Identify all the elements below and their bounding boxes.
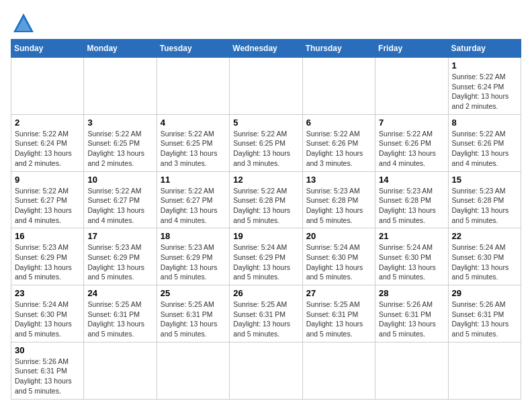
calendar-cell: 19Sunrise: 5:24 AM Sunset: 6:29 PM Dayli… [230, 228, 302, 285]
calendar-cell [448, 342, 521, 399]
day-header-saturday: Saturday [448, 40, 521, 58]
calendar-cell [157, 58, 229, 115]
day-number: 22 [452, 231, 517, 241]
day-info: Sunrise: 5:22 AM Sunset: 6:25 PM Dayligh… [161, 129, 226, 169]
day-number: 16 [15, 231, 80, 241]
calendar-cell [84, 58, 157, 115]
day-number: 14 [379, 175, 444, 185]
day-number: 4 [161, 118, 226, 128]
day-info: Sunrise: 5:23 AM Sunset: 6:29 PM Dayligh… [15, 242, 80, 282]
calendar-cell: 14Sunrise: 5:23 AM Sunset: 6:28 PM Dayli… [375, 171, 448, 228]
day-number: 10 [87, 175, 152, 185]
calendar-week-row: 23Sunrise: 5:24 AM Sunset: 6:30 PM Dayli… [11, 285, 521, 342]
calendar-cell: 6Sunrise: 5:22 AM Sunset: 6:26 PM Daylig… [302, 114, 375, 171]
day-info: Sunrise: 5:25 AM Sunset: 6:31 PM Dayligh… [87, 300, 152, 339]
calendar-cell: 21Sunrise: 5:24 AM Sunset: 6:30 PM Dayli… [375, 228, 448, 285]
day-number: 20 [306, 231, 371, 241]
calendar-cell [157, 342, 229, 399]
calendar-cell [84, 342, 157, 399]
day-info: Sunrise: 5:23 AM Sunset: 6:28 PM Dayligh… [306, 186, 371, 226]
calendar-cell: 2Sunrise: 5:22 AM Sunset: 6:24 PM Daylig… [11, 114, 84, 171]
calendar-cell: 23Sunrise: 5:24 AM Sunset: 6:30 PM Dayli… [11, 285, 84, 342]
day-number: 21 [379, 231, 444, 241]
day-number: 28 [379, 288, 444, 298]
calendar-week-row: 2Sunrise: 5:22 AM Sunset: 6:24 PM Daylig… [11, 114, 521, 171]
calendar-week-row: 30Sunrise: 5:26 AM Sunset: 6:31 PM Dayli… [11, 342, 521, 399]
day-info: Sunrise: 5:26 AM Sunset: 6:31 PM Dayligh… [15, 357, 80, 396]
day-info: Sunrise: 5:24 AM Sunset: 6:30 PM Dayligh… [452, 242, 517, 282]
day-number: 6 [306, 118, 371, 128]
day-info: Sunrise: 5:24 AM Sunset: 6:30 PM Dayligh… [306, 242, 371, 282]
day-number: 7 [379, 118, 444, 128]
calendar-cell: 30Sunrise: 5:26 AM Sunset: 6:31 PM Dayli… [11, 342, 84, 399]
calendar-cell: 10Sunrise: 5:22 AM Sunset: 6:27 PM Dayli… [84, 171, 157, 228]
day-info: Sunrise: 5:22 AM Sunset: 6:25 PM Dayligh… [233, 129, 298, 169]
day-info: Sunrise: 5:25 AM Sunset: 6:31 PM Dayligh… [233, 300, 298, 339]
day-info: Sunrise: 5:24 AM Sunset: 6:30 PM Dayligh… [379, 242, 444, 282]
day-info: Sunrise: 5:25 AM Sunset: 6:31 PM Dayligh… [161, 300, 226, 339]
calendar-week-row: 1Sunrise: 5:22 AM Sunset: 6:24 PM Daylig… [11, 58, 521, 115]
day-info: Sunrise: 5:22 AM Sunset: 6:26 PM Dayligh… [306, 129, 371, 169]
day-info: Sunrise: 5:22 AM Sunset: 6:28 PM Dayligh… [233, 186, 298, 226]
calendar-cell [375, 58, 448, 115]
calendar-cell: 20Sunrise: 5:24 AM Sunset: 6:30 PM Dayli… [302, 228, 375, 285]
day-number: 13 [306, 175, 371, 185]
day-header-wednesday: Wednesday [230, 40, 302, 58]
day-number: 30 [15, 345, 80, 355]
day-info: Sunrise: 5:23 AM Sunset: 6:29 PM Dayligh… [87, 242, 152, 282]
day-header-sunday: Sunday [11, 40, 84, 58]
calendar-cell: 16Sunrise: 5:23 AM Sunset: 6:29 PM Dayli… [11, 228, 84, 285]
calendar-cell [11, 58, 84, 115]
calendar-cell: 18Sunrise: 5:23 AM Sunset: 6:29 PM Dayli… [157, 228, 229, 285]
day-number: 9 [15, 175, 80, 185]
calendar-cell: 12Sunrise: 5:22 AM Sunset: 6:28 PM Dayli… [230, 171, 302, 228]
calendar-cell: 4Sunrise: 5:22 AM Sunset: 6:25 PM Daylig… [157, 114, 229, 171]
calendar-cell: 8Sunrise: 5:22 AM Sunset: 6:26 PM Daylig… [448, 114, 521, 171]
day-number: 26 [233, 288, 298, 298]
calendar-cell [230, 342, 302, 399]
calendar-cell: 3Sunrise: 5:22 AM Sunset: 6:25 PM Daylig… [84, 114, 157, 171]
calendar-cell: 27Sunrise: 5:25 AM Sunset: 6:31 PM Dayli… [302, 285, 375, 342]
calendar-cell: 22Sunrise: 5:24 AM Sunset: 6:30 PM Dayli… [448, 228, 521, 285]
day-info: Sunrise: 5:24 AM Sunset: 6:29 PM Dayligh… [233, 242, 298, 282]
day-number: 23 [15, 288, 80, 298]
day-header-monday: Monday [84, 40, 157, 58]
day-info: Sunrise: 5:23 AM Sunset: 6:28 PM Dayligh… [452, 186, 517, 226]
calendar-cell: 26Sunrise: 5:25 AM Sunset: 6:31 PM Dayli… [230, 285, 302, 342]
calendar-cell: 25Sunrise: 5:25 AM Sunset: 6:31 PM Dayli… [157, 285, 229, 342]
calendar-cell: 29Sunrise: 5:26 AM Sunset: 6:31 PM Dayli… [448, 285, 521, 342]
day-number: 29 [452, 288, 517, 298]
day-info: Sunrise: 5:22 AM Sunset: 6:27 PM Dayligh… [161, 186, 226, 226]
calendar-cell [302, 58, 375, 115]
logo [11, 11, 39, 36]
day-info: Sunrise: 5:22 AM Sunset: 6:26 PM Dayligh… [452, 129, 517, 169]
day-info: Sunrise: 5:22 AM Sunset: 6:27 PM Dayligh… [87, 186, 152, 226]
day-info: Sunrise: 5:22 AM Sunset: 6:27 PM Dayligh… [15, 186, 80, 226]
day-number: 25 [161, 288, 226, 298]
day-number: 15 [452, 175, 517, 185]
calendar-cell: 24Sunrise: 5:25 AM Sunset: 6:31 PM Dayli… [84, 285, 157, 342]
calendar-cell: 11Sunrise: 5:22 AM Sunset: 6:27 PM Dayli… [157, 171, 229, 228]
day-info: Sunrise: 5:23 AM Sunset: 6:28 PM Dayligh… [379, 186, 444, 226]
day-number: 11 [161, 175, 226, 185]
calendar-cell: 5Sunrise: 5:22 AM Sunset: 6:25 PM Daylig… [230, 114, 302, 171]
day-number: 24 [87, 288, 152, 298]
day-header-friday: Friday [375, 40, 448, 58]
calendar-week-row: 16Sunrise: 5:23 AM Sunset: 6:29 PM Dayli… [11, 228, 521, 285]
calendar-cell [230, 58, 302, 115]
day-header-tuesday: Tuesday [157, 40, 229, 58]
day-info: Sunrise: 5:24 AM Sunset: 6:30 PM Dayligh… [15, 300, 80, 339]
calendar-table: SundayMondayTuesdayWednesdayThursdayFrid… [11, 39, 521, 400]
calendar-cell: 28Sunrise: 5:26 AM Sunset: 6:31 PM Dayli… [375, 285, 448, 342]
day-info: Sunrise: 5:22 AM Sunset: 6:24 PM Dayligh… [452, 72, 517, 111]
calendar-cell: 9Sunrise: 5:22 AM Sunset: 6:27 PM Daylig… [11, 171, 84, 228]
day-number: 8 [452, 118, 517, 128]
page-header [11, 11, 521, 36]
day-info: Sunrise: 5:22 AM Sunset: 6:26 PM Dayligh… [379, 129, 444, 169]
day-number: 2 [15, 118, 80, 128]
day-number: 1 [452, 60, 517, 71]
day-info: Sunrise: 5:22 AM Sunset: 6:25 PM Dayligh… [87, 129, 152, 169]
calendar-cell: 1Sunrise: 5:22 AM Sunset: 6:24 PM Daylig… [448, 58, 521, 115]
calendar-cell: 15Sunrise: 5:23 AM Sunset: 6:28 PM Dayli… [448, 171, 521, 228]
day-number: 18 [161, 231, 226, 241]
